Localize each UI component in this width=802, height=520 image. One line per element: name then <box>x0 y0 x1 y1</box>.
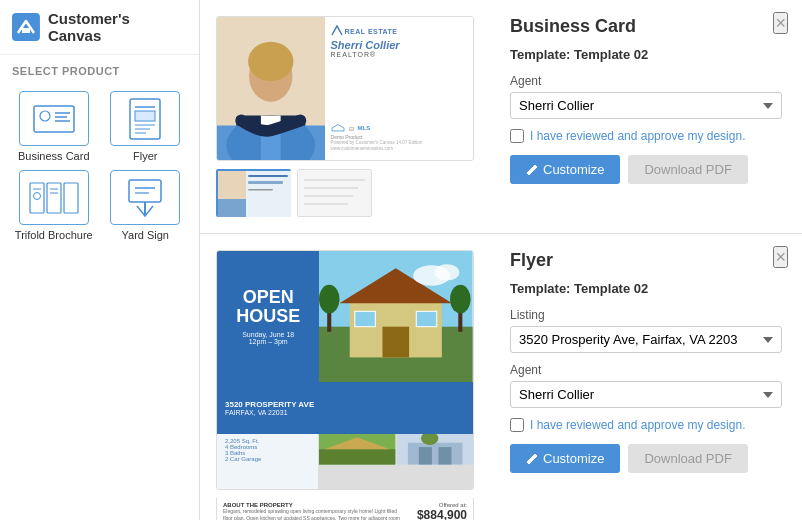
pencil-icon <box>526 164 538 176</box>
bc-customize-button[interactable]: Customize <box>510 155 620 184</box>
flyer-action-buttons: Customize Download PDF <box>510 444 782 473</box>
svg-rect-1 <box>22 28 30 33</box>
flyer-section: OPEN HOUSE Sunday, June 18 12pm – 3pm <box>200 234 802 520</box>
flyer-approve-label: I have reviewed and approve my design. <box>530 418 745 432</box>
bc-agent-select[interactable]: Sherri Collier <box>510 92 782 119</box>
bc-powered-by: Powered by Customer's Canvas 14.07 Editi… <box>331 140 467 152</box>
svg-rect-33 <box>218 199 246 217</box>
svg-rect-61 <box>438 447 451 464</box>
app-logo-icon <box>12 13 40 41</box>
svg-rect-13 <box>30 183 44 213</box>
bc-template-value: Template 02 <box>574 47 648 62</box>
sidebar-item-trifold[interactable]: Trifold Brochure <box>12 170 96 241</box>
svg-rect-34 <box>248 175 288 177</box>
business-card-close-button[interactable]: × <box>773 12 788 34</box>
select-product-label: SELECT PRODUCT <box>0 55 199 83</box>
svg-point-3 <box>40 111 50 121</box>
flyer-customize-label: Customize <box>543 451 604 466</box>
bc-thumbnails <box>216 169 474 217</box>
flyer-open-house-panel: OPEN HOUSE Sunday, June 18 12pm – 3pm <box>217 251 319 382</box>
flyer-listing-label: Listing <box>510 308 782 322</box>
flyer-house-image <box>319 251 473 382</box>
bc-right-info: REAL ESTATE Sherri Collier REALTOR® ⊟ <box>325 17 473 160</box>
bc-template-row: Template: Template 02 <box>510 47 782 62</box>
flyer-garage: 2 Car Garage <box>225 456 310 462</box>
business-card-panel: × Business Card Template: Template 02 Ag… <box>490 0 802 233</box>
flyer-address-panel: 3520 PROSPERITY AVE FAIRFAX, VA 22031 <box>217 382 473 434</box>
flyer-template-value: Template 02 <box>574 281 648 296</box>
flyer-date: Sunday, June 18 12pm – 3pm <box>242 331 294 345</box>
bc-realtor-name: Sherri Collier <box>331 39 467 51</box>
flyer-photo-grid <box>319 434 473 489</box>
bc-thumb-1[interactable] <box>216 169 291 217</box>
flyer-agent-select[interactable]: Sherri Collier <box>510 381 782 408</box>
business-card-section: REAL ESTATE Sherri Collier REALTOR® ⊟ <box>200 0 802 234</box>
svg-rect-2 <box>34 106 74 132</box>
business-card-preview-area: REAL ESTATE Sherri Collier REALTOR® ⊟ <box>200 0 490 233</box>
flyer-preview-area: OPEN HOUSE Sunday, June 18 12pm – 3pm <box>200 234 490 520</box>
svg-rect-36 <box>248 189 273 191</box>
flyer-house-photo <box>319 251 473 382</box>
trifold-icon-box <box>19 170 89 225</box>
flyer-about-text: Elegant, remodeled sprawling open living… <box>223 508 407 520</box>
flyer-label: Flyer <box>133 150 157 162</box>
flyer-template-label: Template: <box>510 281 570 296</box>
flyer-customize-button[interactable]: Customize <box>510 444 620 473</box>
svg-rect-0 <box>12 13 40 41</box>
flyer-listing-select[interactable]: 3520 Prosperity Ave, Fairfax, VA 2203 <box>510 326 782 353</box>
app-title: Customer's Canvas <box>48 10 187 44</box>
bc-person-photo <box>217 17 325 160</box>
business-card-preview-main: REAL ESTATE Sherri Collier REALTOR® ⊟ <box>216 16 474 161</box>
svg-rect-20 <box>129 180 161 202</box>
bc-realtor-title: REALTOR® <box>331 51 467 58</box>
main-content: REAL ESTATE Sherri Collier REALTOR® ⊟ <box>200 0 802 520</box>
business-card-label: Business Card <box>18 150 90 162</box>
svg-rect-47 <box>383 327 410 358</box>
business-card-icon <box>32 102 76 136</box>
flyer-template-row: Template: Template 02 <box>510 281 782 296</box>
svg-rect-60 <box>418 447 431 464</box>
flyer-panel: × Flyer Template: Template 02 Listing 35… <box>490 234 802 520</box>
svg-rect-57 <box>319 450 395 465</box>
bc-customize-label: Customize <box>543 162 604 177</box>
svg-rect-48 <box>355 311 375 326</box>
bc-download-button[interactable]: Download PDF <box>628 155 747 184</box>
flyer-details-row: 2,205 Sq. Ft. 4 Bedrooms 3 Baths 2 Car G… <box>217 434 473 489</box>
yard-sign-icon-box <box>110 170 180 225</box>
sidebar-item-flyer[interactable]: Flyer <box>104 91 188 162</box>
flyer-icon <box>126 97 164 141</box>
flyer-specs: 2,205 Sq. Ft. 4 Bedrooms 3 Baths 2 Car G… <box>217 434 319 489</box>
house-icon <box>331 124 345 132</box>
svg-rect-49 <box>417 311 437 326</box>
bc-template-label: Template: <box>510 47 570 62</box>
bc-thumb-2[interactable] <box>297 169 372 217</box>
svg-point-53 <box>450 285 470 314</box>
svg-rect-37 <box>298 170 371 216</box>
flyer-download-button[interactable]: Download PDF <box>628 444 747 473</box>
svg-point-55 <box>435 264 460 280</box>
bc-agent-label: Agent <box>510 74 782 88</box>
flyer-preview-main: OPEN HOUSE Sunday, June 18 12pm – 3pm <box>216 250 474 490</box>
flyer-icon-box <box>110 91 180 146</box>
bc-action-buttons: Customize Download PDF <box>510 155 782 184</box>
flyer-agent-label: Agent <box>510 363 782 377</box>
flyer-panel-title: Flyer <box>510 250 782 271</box>
bc-header: REAL ESTATE Sherri Collier REALTOR® <box>331 25 467 62</box>
sidebar-item-yard-sign[interactable]: Yard Sign <box>104 170 188 241</box>
sidebar-item-business-card[interactable]: Business Card <box>12 91 96 162</box>
svg-point-17 <box>33 192 40 199</box>
flyer-open-house-title: OPEN HOUSE <box>225 288 311 328</box>
bc-approve-checkbox[interactable] <box>510 129 524 143</box>
sidebar: Customer's Canvas SELECT PRODUCT Busines… <box>0 0 200 520</box>
flyer-approve-row: I have reviewed and approve my design. <box>510 418 782 432</box>
flyer-photo-1 <box>319 434 395 465</box>
sidebar-header: Customer's Canvas <box>0 0 199 55</box>
flyer-approve-checkbox[interactable] <box>510 418 524 432</box>
flyer-price: $884,900 <box>413 508 467 520</box>
svg-rect-15 <box>64 183 78 213</box>
flyer-photo-2 <box>397 434 473 465</box>
bc-footer-info: ⊟ MLS Demo Product Powered by Customer's… <box>331 124 467 152</box>
svg-point-27 <box>248 42 293 81</box>
flyer-close-button[interactable]: × <box>773 246 788 268</box>
bc-approve-row: I have reviewed and approve my design. <box>510 129 782 143</box>
